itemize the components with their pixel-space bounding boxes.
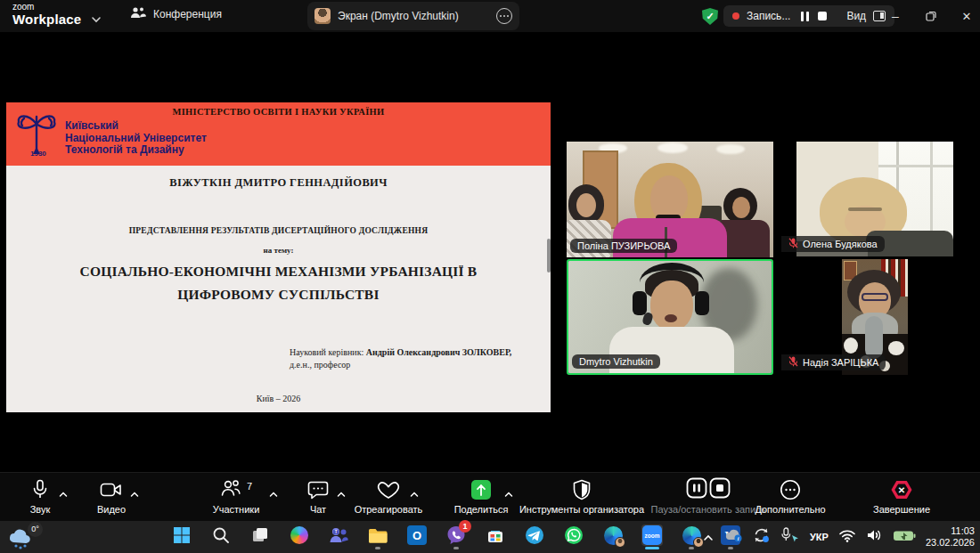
windows-taskbar: 0° T O	[0, 521, 980, 553]
shared-screen-slide: МІНІСТЕРСТВО ОСВІТИ І НАУКИ УКРАЇНИ 19	[6, 102, 551, 412]
maximize-button[interactable]	[918, 0, 944, 32]
minimize-button[interactable]: –	[882, 0, 909, 32]
microsoft-store-icon[interactable]	[485, 525, 506, 546]
react-label: Отреагировать	[355, 504, 423, 515]
video-chevron-icon[interactable]	[130, 485, 139, 501]
more-button[interactable]: Дополнительно	[747, 478, 834, 515]
viber-icon[interactable]: 1	[445, 525, 467, 546]
heart-icon	[377, 478, 400, 501]
teams-icon[interactable]: T	[328, 525, 349, 546]
participants-button[interactable]: 7 Участники	[201, 478, 271, 515]
sync-icon[interactable]	[753, 527, 771, 547]
university-name: Київський Національний Університет Техно…	[65, 120, 207, 157]
zoom-meeting-window: zoom Workplace Конференция Экран (Dmytro…	[0, 0, 980, 553]
chat-button[interactable]: Чат	[294, 478, 342, 515]
taskbar-clock[interactable]: 11:03 23.02.2026	[926, 525, 975, 549]
participant-name-tag: Поліна ПУЗИРЬОВА	[570, 239, 677, 253]
end-meeting-button[interactable]: ✕ Завершение	[861, 478, 943, 515]
task-view-icon[interactable]	[249, 525, 271, 546]
chat-icon	[307, 478, 329, 501]
participant-name: Надія ЗАРІЦЬКА	[803, 357, 878, 368]
mic-muted-icon	[788, 356, 798, 369]
record-dot-icon	[732, 12, 739, 20]
window-title-bar: zoom Workplace Конференция Экран (Dmytro…	[0, 0, 980, 32]
slide-topic-label: на тему:	[6, 246, 551, 255]
end-meeting-label: Завершение	[873, 504, 930, 515]
video-tile-nadiia[interactable]: Надія ЗАРІЦЬКА	[781, 259, 953, 375]
video-tile-dmytro-active-speaker[interactable]: Dmytro Vizhutkin	[567, 259, 773, 375]
host-tools-button[interactable]: Инструменты организатора	[520, 478, 643, 515]
more-ellipsis-icon	[780, 478, 801, 501]
wifi-icon[interactable]	[838, 529, 856, 546]
ministry-title: МІНІСТЕРСТВО ОСВІТИ І НАУКИ УКРАЇНИ	[6, 107, 551, 117]
participant-name-tag: Надія ЗАРІЦЬКА	[781, 354, 886, 370]
start-button[interactable]	[171, 525, 192, 546]
tab-conference[interactable]: Конференция	[130, 5, 222, 22]
outlook-icon[interactable]: O	[406, 525, 428, 546]
security-shield-icon[interactable]: ✓	[702, 8, 718, 25]
share-screen-label: Поделиться	[454, 504, 509, 515]
chevron-down-icon[interactable]	[91, 11, 102, 27]
audio-chevron-icon[interactable]	[59, 485, 68, 501]
edge-profile-icon[interactable]	[681, 525, 702, 546]
scrollbar-thumb[interactable]	[547, 239, 551, 272]
pause-recording-icon[interactable]	[801, 12, 809, 21]
telegram-icon[interactable]	[524, 525, 545, 546]
pause-recording-icon	[686, 477, 707, 502]
file-explorer-icon[interactable]	[367, 525, 388, 546]
participant-name: Олена Будякова	[803, 239, 878, 249]
slide-author-name: ВІЖУТКІН ДМИТРО ГЕННАДІЙОВИЧ	[6, 176, 551, 190]
copilot-icon[interactable]	[289, 525, 310, 546]
react-chevron-icon[interactable]	[410, 485, 419, 501]
clock-time: 11:03	[926, 525, 975, 537]
svg-text:T: T	[335, 530, 338, 534]
slide-subtitle: ПРЕДСТАВЛЕННЯ РЕЗУЛЬТАТІВ ДИСЕРТАЦІЙНОГО…	[6, 226, 551, 235]
mic-location-icon[interactable]	[780, 527, 800, 547]
camera-icon	[100, 478, 123, 501]
stop-recording-icon[interactable]	[818, 12, 827, 20]
dissertation-title: СОЦІАЛЬНО-ЕКОНОМІЧНІ МЕХАНІЗМИ УРБАНІЗАЦ…	[6, 260, 551, 306]
video-label: Видео	[97, 504, 126, 515]
view-label[interactable]: Вид	[846, 10, 866, 22]
participants-icon	[220, 478, 241, 501]
host-tools-shield-icon	[572, 478, 592, 501]
video-tile-polina[interactable]: Поліна ПУЗИРЬОВА	[567, 142, 773, 257]
more-label: Дополнительно	[755, 504, 825, 515]
participants-chevron-icon[interactable]	[269, 485, 278, 501]
video-tile-olena[interactable]: Олена Будякова	[781, 142, 953, 256]
share-chevron-icon[interactable]	[504, 485, 513, 501]
search-icon[interactable]	[210, 525, 232, 546]
chat-chevron-icon[interactable]	[337, 485, 346, 501]
taskbar-weather-widget[interactable]: 0°	[7, 524, 43, 550]
zoom-workplace-logo: zoom Workplace	[12, 3, 81, 26]
onedrive-icon[interactable]: i	[723, 528, 743, 546]
stop-recording-icon	[709, 477, 731, 502]
zoom-app-icon[interactable]: zoom	[641, 525, 663, 546]
participant-name-tag: Dmytro Vizhutkin	[572, 354, 660, 369]
tab-conference-label: Конференция	[153, 8, 222, 20]
system-tray: i УКР 11:03 23.02.2026	[703, 521, 975, 553]
end-meeting-icon: ✕	[891, 480, 912, 500]
university-founding-year: 1930	[30, 150, 46, 158]
meeting-content-area: МІНІСТЕРСТВО ОСВІТИ І НАУКИ УКРАЇНИ 19	[0, 32, 980, 472]
participant-name: Dmytro Vizhutkin	[579, 356, 653, 367]
tab-screen-share[interactable]: Экран (Dmytro Vizhutkin)	[307, 2, 519, 30]
audio-label: Звук	[30, 504, 51, 515]
tray-chevron-up-icon[interactable]	[703, 529, 714, 545]
participants-label: Участники	[213, 504, 260, 515]
meeting-toolbar: Звук Видео 7 Участники Чат	[0, 472, 980, 521]
tab-screen-label: Экран (Dmytro Vizhutkin)	[338, 10, 489, 22]
language-indicator[interactable]: УКР	[810, 532, 829, 542]
battery-icon[interactable]	[893, 529, 916, 546]
recording-indicator: Запись... Вид	[723, 5, 894, 27]
tab-more-options-icon[interactable]	[496, 8, 512, 24]
brand-workplace: Workplace	[12, 12, 81, 26]
avatar	[314, 8, 331, 24]
clock-date: 23.02.2026	[926, 537, 975, 549]
edge-browser-icon[interactable]	[602, 525, 624, 546]
slide-header-banner: МІНІСТЕРСТВО ОСВІТИ І НАУКИ УКРАЇНИ 19	[6, 102, 551, 166]
close-button[interactable]: ✕	[953, 0, 980, 32]
volume-icon[interactable]	[866, 528, 883, 546]
microphone-icon	[31, 478, 49, 501]
whatsapp-icon[interactable]	[563, 525, 584, 546]
